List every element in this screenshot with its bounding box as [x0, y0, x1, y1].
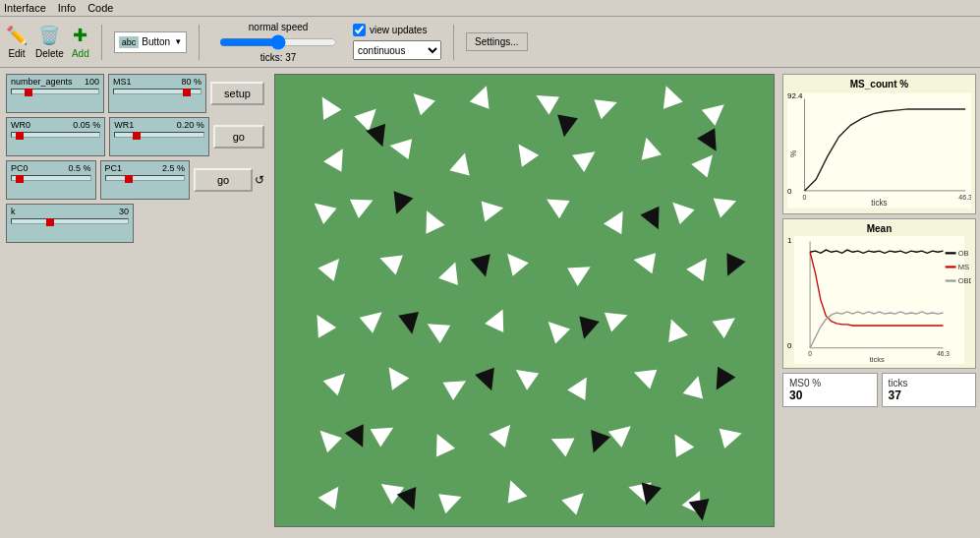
agent-white [702, 96, 731, 126]
edit-button[interactable]: ✏️ Edit [6, 25, 28, 59]
agent-white [500, 477, 527, 504]
mean-title: Mean [787, 223, 971, 234]
agent-white [665, 195, 695, 224]
svg-rect-17 [946, 279, 956, 281]
svg-text:ticks: ticks [870, 355, 885, 364]
widget-type-label: Button [142, 36, 170, 47]
wr1-label: WR1 [114, 120, 134, 130]
agent-white [442, 372, 471, 400]
ms1-label: MS1 [113, 77, 132, 87]
delete-button[interactable]: 🗑️ Delete [35, 25, 64, 59]
add-label: Add [72, 48, 89, 59]
edit-label: Edit [8, 48, 25, 59]
agent-black [697, 128, 725, 156]
mean-svg: ticks 0 46.3 OB MS OBD [787, 236, 971, 364]
agent-white [632, 250, 656, 273]
menubar: Interface Info Code [0, 0, 980, 17]
left-panel: number_agents 100 MS1 80 % setup [0, 68, 270, 533]
refresh-icon[interactable]: ↺ [255, 173, 264, 187]
agent-white [314, 91, 342, 120]
agent-white [482, 198, 505, 221]
widget-type-arrow[interactable]: ▼ [174, 37, 182, 46]
add-button[interactable]: ✚ Add [72, 25, 89, 59]
agent-white [542, 190, 570, 218]
wr0-label: WR0 [11, 120, 30, 130]
agent-black [475, 368, 501, 394]
separator3 [453, 25, 454, 60]
speed-slider[interactable] [219, 34, 337, 50]
pc1-slider[interactable]: PC1 2.5 % [100, 160, 191, 200]
ticks-stat: ticks 37 [882, 373, 977, 407]
agent-white [605, 305, 631, 331]
agent-white [376, 248, 403, 274]
ms0-stat: MS0 % 30 [782, 373, 878, 407]
menu-interface[interactable]: Interface [4, 2, 46, 14]
separator1 [101, 25, 102, 60]
agent-white [323, 144, 352, 172]
settings-button[interactable]: Settings... [466, 32, 527, 51]
menu-code[interactable]: Code [87, 2, 113, 14]
ms1-value: 80 % [182, 77, 202, 87]
wr0-value: 0.05 % [73, 120, 100, 130]
agent-white [608, 418, 638, 448]
svg-text:OB: OB [958, 249, 969, 258]
delete-label: Delete [35, 48, 64, 59]
agent-white [561, 486, 591, 515]
bottom-stats: MS0 % 30 ticks 37 [782, 373, 976, 407]
view-updates-checkbox[interactable] [353, 24, 366, 36]
agent-black [640, 207, 667, 234]
agent-black [470, 254, 495, 279]
ms1-thumb [183, 89, 191, 96]
agent-white [714, 191, 740, 217]
main-content: number_agents 100 MS1 80 % setup [0, 68, 980, 533]
ms1-slider[interactable]: MS1 80 % [108, 74, 206, 113]
continuous-select[interactable]: continuous [353, 40, 441, 60]
ticks-stat-value: 37 [889, 389, 970, 402]
ms-count-chart: MS_count % 92.4 0 % ticks 0 46.3 [782, 74, 976, 214]
agent-white [657, 83, 683, 109]
pc1-thumb [125, 175, 133, 183]
agent-white [317, 252, 347, 281]
number-agents-label: number_agents [11, 77, 73, 87]
mean-y-min: 0 [787, 341, 791, 350]
svg-text:0: 0 [808, 350, 812, 357]
agent-white [422, 315, 450, 343]
widget-type-select[interactable]: abc Button ▼ [114, 31, 187, 53]
setup-button[interactable]: setup [210, 82, 264, 105]
view-updates-row: view updates [353, 24, 441, 36]
agent-white [438, 487, 465, 513]
svg-text:OBD: OBD [958, 276, 971, 285]
go2-button[interactable]: go [194, 168, 253, 192]
pc0-label: PC0 [11, 163, 29, 173]
mean-y-max: 1 [787, 236, 791, 245]
number-agents-value: 100 [85, 77, 99, 87]
svg-text:ticks: ticks [871, 199, 887, 208]
agent-white [567, 258, 596, 286]
ms-count-svg: % ticks 0 46.3 [787, 91, 971, 209]
ms-count-area: 92.4 0 % ticks 0 46.3 [787, 91, 971, 209]
view-updates-label: view updates [370, 25, 427, 35]
agent-black [345, 424, 373, 451]
pc0-slider[interactable]: PC0 0.5 % [6, 160, 96, 200]
svg-text:46.3: 46.3 [958, 194, 971, 201]
agent-black [398, 312, 422, 335]
agent-white [313, 423, 342, 452]
agent-white [541, 315, 570, 344]
wr0-thumb [16, 132, 24, 140]
edit-icon: ✏️ [6, 25, 28, 46]
go-button[interactable]: go [213, 125, 264, 149]
menu-info[interactable]: Info [58, 2, 76, 14]
agent-white [380, 361, 409, 389]
k-slider[interactable]: k 30 [6, 204, 134, 243]
add-icon: ✚ [73, 25, 87, 46]
pc0-value: 0.5 % [68, 163, 90, 173]
ticks-label: ticks: 37 [260, 52, 297, 63]
wr1-slider[interactable]: WR1 0.20 % [109, 117, 208, 156]
wr0-slider[interactable]: WR0 0.05 % [6, 117, 105, 156]
agent-white [449, 150, 475, 176]
agent-white [371, 419, 399, 448]
row3: PC0 0.5 % PC1 2.5 % go ↺ [6, 160, 264, 200]
agent-white [485, 305, 512, 332]
agent-white [318, 481, 347, 509]
number-agents-slider[interactable]: number_agents 100 [6, 74, 104, 113]
